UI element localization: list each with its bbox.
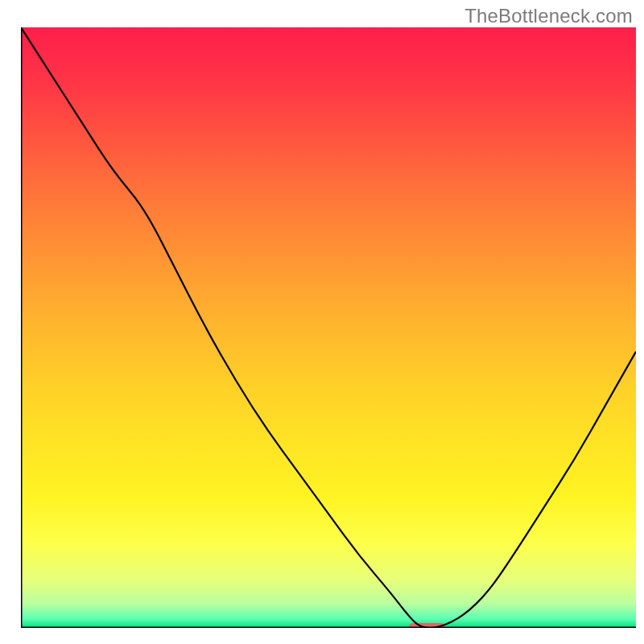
chart-container: TheBottleneck.com: [0, 0, 644, 644]
bottleneck-chart: [0, 0, 644, 644]
watermark-text: TheBottleneck.com: [464, 5, 633, 27]
gradient-background: [21, 27, 636, 628]
